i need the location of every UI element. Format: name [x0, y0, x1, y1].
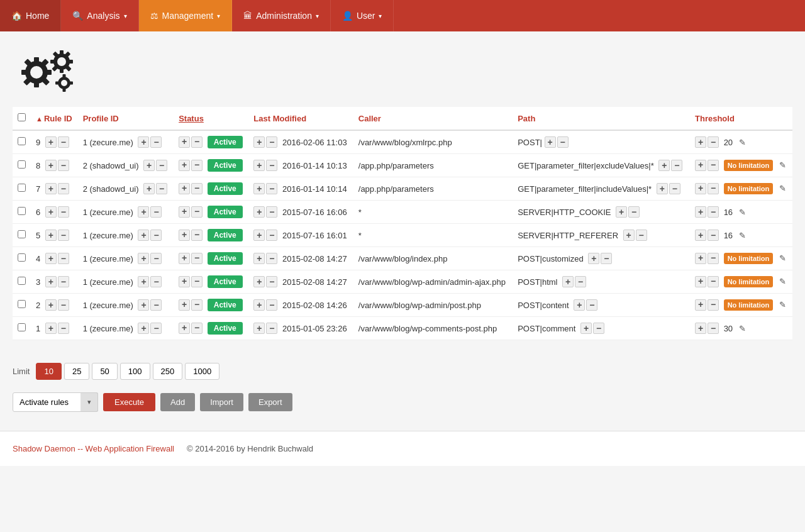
footer-link[interactable]: Shadow Daemon -- Web Application Firewal…	[13, 444, 174, 453]
rule-id-plus-btn[interactable]: +	[45, 299, 57, 311]
threshold-minus-btn[interactable]: −	[708, 253, 719, 264]
status-plus-btn[interactable]: +	[179, 183, 190, 194]
row-action-icon[interactable]: ✎	[779, 160, 786, 170]
path-plus-btn[interactable]: +	[657, 183, 668, 194]
path-minus-btn[interactable]: −	[586, 299, 597, 311]
row-checkbox[interactable]	[18, 184, 26, 192]
status-minus-btn[interactable]: −	[191, 276, 203, 287]
add-button[interactable]: Add	[160, 393, 195, 411]
threshold-plus-btn[interactable]: +	[695, 183, 706, 194]
row-action-icon[interactable]: ✎	[779, 253, 786, 263]
threshold-minus-btn[interactable]: −	[708, 299, 719, 311]
profile-id-plus-btn[interactable]: +	[138, 253, 149, 264]
rule-id-minus-btn[interactable]: −	[58, 323, 69, 334]
rule-id-plus-btn[interactable]: +	[45, 136, 57, 148]
col-status[interactable]: Status	[174, 107, 248, 130]
col-rule-id[interactable]: ▲Rule ID	[31, 107, 78, 130]
last-mod-plus-btn[interactable]: +	[253, 299, 265, 311]
last-mod-minus-btn[interactable]: −	[266, 323, 277, 334]
rule-id-plus-btn[interactable]: +	[45, 253, 57, 264]
last-mod-minus-btn[interactable]: −	[266, 136, 277, 148]
row-checkbox[interactable]	[18, 160, 26, 169]
select-arrow-btn[interactable]: ▾	[80, 392, 98, 412]
path-plus-btn[interactable]: +	[574, 299, 585, 311]
profile-id-plus-btn[interactable]: +	[138, 299, 149, 311]
page-btn-10[interactable]: 10	[36, 363, 61, 380]
rule-id-minus-btn[interactable]: −	[58, 183, 69, 194]
last-mod-minus-btn[interactable]: −	[266, 299, 277, 311]
profile-id-minus-btn[interactable]: −	[150, 253, 162, 264]
threshold-plus-btn[interactable]: +	[695, 253, 706, 264]
row-checkbox[interactable]	[18, 230, 26, 238]
rule-id-minus-btn[interactable]: −	[58, 206, 69, 218]
last-mod-plus-btn[interactable]: +	[253, 160, 265, 171]
row-action-icon[interactable]: ✎	[739, 208, 746, 217]
path-plus-btn[interactable]: +	[623, 230, 635, 241]
rule-id-minus-btn[interactable]: −	[58, 253, 69, 264]
row-action-icon[interactable]: ✎	[739, 138, 746, 147]
page-btn-100[interactable]: 100	[120, 363, 150, 380]
row-action-icon[interactable]: ✎	[739, 231, 746, 240]
last-mod-plus-btn[interactable]: +	[253, 136, 265, 148]
status-minus-btn[interactable]: −	[191, 206, 203, 218]
select-all-checkbox[interactable]	[18, 113, 26, 121]
profile-id-plus-btn[interactable]: +	[143, 183, 155, 194]
rule-id-plus-btn[interactable]: +	[45, 206, 57, 218]
row-action-icon[interactable]: ✎	[779, 300, 786, 309]
nav-user[interactable]: 👤 User ▾	[331, 0, 394, 31]
status-plus-btn[interactable]: +	[179, 299, 190, 311]
status-plus-btn[interactable]: +	[179, 136, 190, 148]
row-checkbox[interactable]	[18, 253, 26, 262]
profile-id-plus-btn[interactable]: +	[138, 206, 149, 218]
profile-id-plus-btn[interactable]: +	[143, 160, 155, 171]
path-plus-btn[interactable]: +	[588, 253, 599, 264]
profile-id-minus-btn[interactable]: −	[156, 183, 167, 194]
threshold-plus-btn[interactable]: +	[695, 299, 706, 311]
status-plus-btn[interactable]: +	[179, 323, 190, 334]
rule-id-plus-btn[interactable]: +	[45, 323, 57, 334]
threshold-plus-btn[interactable]: +	[695, 160, 706, 171]
nav-administration[interactable]: 🏛 Administration ▾	[232, 0, 331, 31]
row-action-icon[interactable]: ✎	[739, 324, 746, 333]
import-button[interactable]: Import	[200, 393, 243, 411]
rule-id-plus-btn[interactable]: +	[45, 230, 57, 241]
threshold-minus-btn[interactable]: −	[708, 230, 719, 241]
profile-id-minus-btn[interactable]: −	[150, 323, 162, 334]
threshold-plus-btn[interactable]: +	[695, 230, 706, 241]
execute-button[interactable]: Execute	[103, 393, 155, 411]
status-plus-btn[interactable]: +	[179, 276, 190, 287]
threshold-minus-btn[interactable]: −	[708, 160, 719, 171]
nav-analysis[interactable]: 🔍 Analysis ▾	[61, 0, 138, 31]
threshold-minus-btn[interactable]: −	[708, 183, 719, 194]
path-plus-btn[interactable]: +	[562, 276, 574, 287]
status-plus-btn[interactable]: +	[179, 160, 190, 171]
status-minus-btn[interactable]: −	[191, 253, 203, 264]
row-checkbox[interactable]	[18, 300, 26, 308]
profile-id-minus-btn[interactable]: −	[150, 136, 162, 148]
status-minus-btn[interactable]: −	[191, 160, 203, 171]
profile-id-plus-btn[interactable]: +	[138, 230, 149, 241]
threshold-minus-btn[interactable]: −	[708, 276, 719, 287]
profile-id-minus-btn[interactable]: −	[150, 276, 162, 287]
profile-id-minus-btn[interactable]: −	[150, 230, 162, 241]
path-minus-btn[interactable]: −	[636, 230, 647, 241]
last-mod-minus-btn[interactable]: −	[266, 183, 277, 194]
path-minus-btn[interactable]: −	[593, 323, 604, 334]
page-btn-50[interactable]: 50	[92, 363, 117, 380]
path-plus-btn[interactable]: +	[545, 136, 556, 148]
rule-id-plus-btn[interactable]: +	[45, 276, 57, 287]
profile-id-minus-btn[interactable]: −	[150, 206, 162, 218]
rule-id-minus-btn[interactable]: −	[58, 136, 69, 148]
last-mod-minus-btn[interactable]: −	[266, 206, 277, 218]
last-mod-minus-btn[interactable]: −	[266, 253, 277, 264]
profile-id-plus-btn[interactable]: +	[138, 323, 149, 334]
status-minus-btn[interactable]: −	[191, 323, 203, 334]
last-mod-minus-btn[interactable]: −	[266, 276, 277, 287]
threshold-plus-btn[interactable]: +	[695, 323, 706, 334]
rule-id-plus-btn[interactable]: +	[45, 160, 57, 171]
profile-id-plus-btn[interactable]: +	[138, 276, 149, 287]
row-checkbox[interactable]	[18, 277, 26, 285]
threshold-minus-btn[interactable]: −	[708, 323, 719, 334]
row-checkbox[interactable]	[18, 323, 26, 331]
page-btn-25[interactable]: 25	[64, 363, 89, 380]
